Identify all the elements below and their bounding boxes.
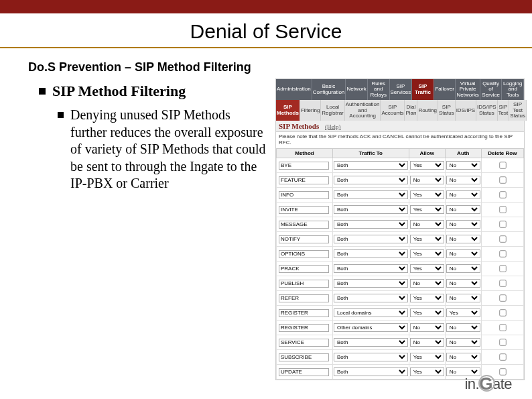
main-tab[interactable]: Quality of Service <box>480 79 503 100</box>
sub-tab[interactable]: Dial Plan <box>405 100 417 121</box>
main-tab[interactable]: Failover <box>434 79 456 100</box>
allow-select[interactable]: Yes <box>410 353 444 361</box>
delete-row-checkbox[interactable] <box>499 207 506 213</box>
traffic-to-select[interactable]: Both <box>334 220 408 229</box>
allow-select[interactable]: Yes <box>410 249 444 258</box>
sub-tab[interactable]: Authentication and Accounting <box>345 100 381 121</box>
method-input[interactable] <box>279 250 329 258</box>
traffic-to-select[interactable]: Both <box>334 279 408 288</box>
delete-row-checkbox[interactable] <box>499 354 506 361</box>
help-link[interactable]: (Help) <box>325 123 341 130</box>
method-input[interactable] <box>279 176 329 184</box>
delete-row-checkbox[interactable] <box>499 192 506 198</box>
auth-select[interactable]: No <box>446 249 480 258</box>
delete-row-checkbox[interactable] <box>499 236 506 243</box>
delete-row-checkbox[interactable] <box>499 221 506 228</box>
sub-tab[interactable]: Local Registrar <box>321 100 344 121</box>
traffic-to-select[interactable]: Local domains <box>334 308 408 317</box>
sub-tab[interactable]: IDS/IPS <box>456 100 476 121</box>
method-input[interactable] <box>279 294 329 302</box>
delete-row-checkbox[interactable] <box>499 251 506 258</box>
method-input[interactable] <box>279 339 329 347</box>
traffic-to-select[interactable]: Both <box>334 338 408 347</box>
bullet-heading: SIP Method Filtering <box>52 82 186 100</box>
traffic-to-select[interactable]: Both <box>334 205 408 214</box>
main-tab[interactable]: SIP Services <box>390 79 413 100</box>
auth-select[interactable]: No <box>446 353 480 361</box>
traffic-to-select[interactable]: Both <box>334 161 408 170</box>
auth-select[interactable]: No <box>446 176 480 184</box>
delete-row-checkbox[interactable] <box>499 280 506 287</box>
sub-tab[interactable]: SIP Test <box>498 100 510 121</box>
allow-select[interactable]: No <box>410 338 444 347</box>
traffic-to-select[interactable]: Both <box>334 235 408 243</box>
sub-tab[interactable]: Filtering <box>300 100 321 121</box>
bullet-level1: SIP Method Filtering <box>39 82 270 100</box>
method-input[interactable] <box>279 265 329 273</box>
allow-select[interactable]: Yes <box>410 190 444 199</box>
auth-select[interactable]: No <box>446 220 480 229</box>
allow-select[interactable]: Yes <box>410 205 444 214</box>
method-input[interactable] <box>279 191 329 199</box>
allow-select[interactable]: Yes <box>410 161 444 170</box>
main-tab[interactable]: Basic Configuration <box>312 79 346 100</box>
traffic-to-select[interactable]: Both <box>334 353 408 361</box>
traffic-to-select[interactable]: Both <box>334 249 408 258</box>
main-tab[interactable]: Virtual Private Networks <box>456 79 480 100</box>
delete-row-checkbox[interactable] <box>499 310 506 317</box>
main-tab[interactable]: SIP Traffic <box>412 79 434 100</box>
method-input[interactable] <box>279 206 329 214</box>
main-tab[interactable]: Logging and Tools <box>502 79 524 100</box>
main-tab[interactable]: Network <box>346 79 368 100</box>
auth-select[interactable]: No <box>446 161 480 170</box>
method-input[interactable] <box>279 324 329 332</box>
traffic-to-select[interactable]: Both <box>334 264 408 273</box>
auth-select[interactable]: No <box>446 190 480 199</box>
allow-select[interactable]: No <box>410 279 444 288</box>
traffic-to-select[interactable]: Both <box>334 176 408 184</box>
sub-tab[interactable]: SIP Test Status <box>509 100 527 121</box>
logo-part-in: in. <box>464 376 479 392</box>
auth-select[interactable]: No <box>446 294 480 302</box>
traffic-to-select[interactable]: Other domains <box>334 323 408 332</box>
sip-methods-table: MethodTraffic ToAllowAuthDelete Row Both… <box>276 148 524 380</box>
allow-select[interactable]: No <box>410 323 444 332</box>
auth-select[interactable]: No <box>446 279 480 288</box>
auth-select[interactable]: No <box>446 235 480 243</box>
main-tab[interactable]: Rules and Relays <box>368 79 390 100</box>
method-input[interactable] <box>279 235 329 243</box>
traffic-to-select[interactable]: Both <box>334 367 408 376</box>
method-input[interactable] <box>279 353 329 361</box>
allow-select[interactable]: Yes <box>410 308 444 317</box>
allow-select[interactable]: No <box>410 220 444 229</box>
auth-select[interactable]: No <box>446 338 480 347</box>
delete-row-checkbox[interactable] <box>499 177 506 184</box>
sub-tab[interactable]: IDS/IPS Status <box>476 100 497 121</box>
delete-row-checkbox[interactable] <box>499 325 506 331</box>
allow-select[interactable]: No <box>410 176 444 184</box>
auth-select[interactable]: No <box>446 264 480 273</box>
delete-row-checkbox[interactable] <box>499 295 506 302</box>
main-tab[interactable]: Administration <box>276 79 312 100</box>
method-input[interactable] <box>279 280 329 288</box>
delete-row-checkbox[interactable] <box>499 266 506 272</box>
sub-tab[interactable]: SIP Methods <box>276 100 300 121</box>
auth-select[interactable]: No <box>446 323 480 332</box>
traffic-to-select[interactable]: Both <box>334 294 408 302</box>
auth-select[interactable]: No <box>446 205 480 214</box>
sub-tab[interactable]: Routing <box>417 100 438 121</box>
method-input[interactable] <box>279 221 329 229</box>
delete-row-checkbox[interactable] <box>499 339 506 346</box>
sub-tab[interactable]: SIP Accounts <box>381 100 405 121</box>
auth-select[interactable]: Yes <box>446 308 480 317</box>
method-input[interactable] <box>279 162 329 170</box>
allow-select[interactable]: Yes <box>410 235 444 243</box>
allow-select[interactable]: Yes <box>410 294 444 302</box>
allow-select[interactable]: Yes <box>410 367 444 376</box>
delete-row-checkbox[interactable] <box>499 162 506 169</box>
sub-tab[interactable]: SIP Status <box>438 100 456 121</box>
method-input[interactable] <box>279 368 329 376</box>
method-input[interactable] <box>279 309 329 317</box>
traffic-to-select[interactable]: Both <box>334 190 408 199</box>
allow-select[interactable]: Yes <box>410 264 444 273</box>
